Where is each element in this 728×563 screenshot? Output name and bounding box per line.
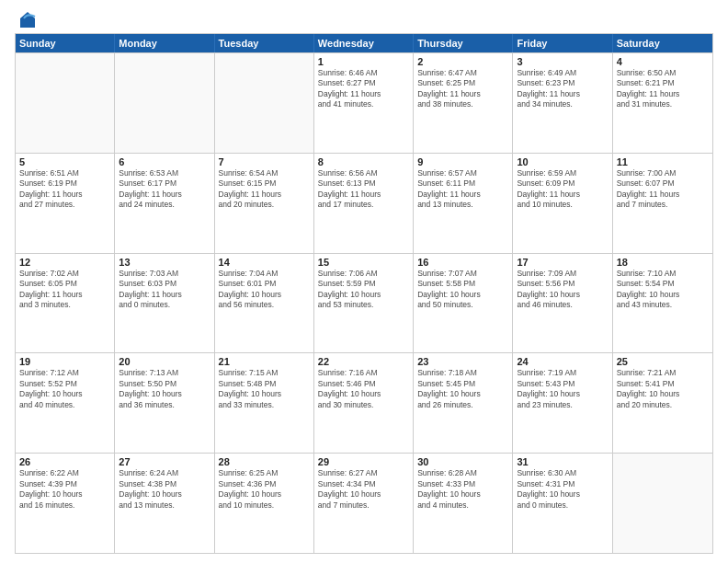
calendar-cell: 25Sunrise: 7:21 AM Sunset: 5:41 PM Dayli… xyxy=(613,353,712,453)
cell-text: Sunrise: 6:59 AM Sunset: 6:09 PM Dayligh… xyxy=(517,168,608,211)
weekday-header-monday: Monday xyxy=(115,34,214,52)
calendar-cell xyxy=(613,454,712,553)
cell-text: Sunrise: 7:19 AM Sunset: 5:43 PM Dayligh… xyxy=(517,368,608,410)
day-number: 31 xyxy=(517,456,608,467)
calendar-header: SundayMondayTuesdayWednesdayThursdayFrid… xyxy=(16,34,712,52)
weekday-header-saturday: Saturday xyxy=(613,34,712,52)
calendar-cell: 23Sunrise: 7:18 AM Sunset: 5:45 PM Dayli… xyxy=(414,353,513,453)
calendar-row-3: 12Sunrise: 7:02 AM Sunset: 6:05 PM Dayli… xyxy=(16,253,712,353)
cell-text: Sunrise: 7:02 AM Sunset: 6:05 PM Dayligh… xyxy=(19,269,110,311)
cell-text: Sunrise: 7:06 AM Sunset: 5:59 PM Dayligh… xyxy=(318,269,409,311)
cell-text: Sunrise: 7:10 AM Sunset: 5:54 PM Dayligh… xyxy=(617,269,709,311)
calendar-cell: 27Sunrise: 6:24 AM Sunset: 4:38 PM Dayli… xyxy=(115,454,214,553)
calendar-cell: 18Sunrise: 7:10 AM Sunset: 5:54 PM Dayli… xyxy=(613,254,712,353)
calendar-cell: 30Sunrise: 6:28 AM Sunset: 4:33 PM Dayli… xyxy=(414,454,513,553)
header xyxy=(15,9,713,28)
cell-text: Sunrise: 6:25 AM Sunset: 4:36 PM Dayligh… xyxy=(219,468,310,511)
day-number: 8 xyxy=(318,156,409,167)
day-number: 6 xyxy=(119,156,210,167)
calendar-cell xyxy=(215,53,314,153)
day-number: 16 xyxy=(417,257,508,268)
calendar-cell: 26Sunrise: 6:22 AM Sunset: 4:39 PM Dayli… xyxy=(16,454,115,553)
calendar-body: 1Sunrise: 6:46 AM Sunset: 6:27 PM Daylig… xyxy=(16,52,712,553)
calendar-cell: 1Sunrise: 6:46 AM Sunset: 6:27 PM Daylig… xyxy=(314,53,414,153)
cell-text: Sunrise: 7:18 AM Sunset: 5:45 PM Dayligh… xyxy=(417,368,508,410)
calendar-cell: 5Sunrise: 6:51 AM Sunset: 6:19 PM Daylig… xyxy=(16,154,115,253)
calendar-cell: 11Sunrise: 7:00 AM Sunset: 6:07 PM Dayli… xyxy=(613,154,712,253)
calendar-cell: 22Sunrise: 7:16 AM Sunset: 5:46 PM Dayli… xyxy=(314,353,414,453)
cell-text: Sunrise: 6:46 AM Sunset: 6:27 PM Dayligh… xyxy=(318,68,409,110)
logo-icon xyxy=(17,9,39,31)
calendar-cell: 21Sunrise: 7:15 AM Sunset: 5:48 PM Dayli… xyxy=(215,353,314,453)
weekday-header-friday: Friday xyxy=(513,34,612,52)
calendar-cell: 16Sunrise: 7:07 AM Sunset: 5:58 PM Dayli… xyxy=(414,254,513,353)
day-number: 7 xyxy=(219,156,310,167)
cell-text: Sunrise: 7:00 AM Sunset: 6:07 PM Dayligh… xyxy=(617,168,709,211)
cell-text: Sunrise: 6:57 AM Sunset: 6:11 PM Dayligh… xyxy=(417,168,508,211)
calendar-cell: 2Sunrise: 6:47 AM Sunset: 6:25 PM Daylig… xyxy=(414,53,513,153)
cell-text: Sunrise: 7:12 AM Sunset: 5:52 PM Dayligh… xyxy=(19,368,110,410)
calendar: SundayMondayTuesdayWednesdayThursdayFrid… xyxy=(15,33,713,554)
calendar-cell: 28Sunrise: 6:25 AM Sunset: 4:36 PM Dayli… xyxy=(215,454,314,553)
calendar-cell: 8Sunrise: 6:56 AM Sunset: 6:13 PM Daylig… xyxy=(314,154,414,253)
calendar-cell: 3Sunrise: 6:49 AM Sunset: 6:23 PM Daylig… xyxy=(513,53,612,153)
day-number: 13 xyxy=(119,257,210,268)
day-number: 10 xyxy=(517,156,608,167)
calendar-cell: 4Sunrise: 6:50 AM Sunset: 6:21 PM Daylig… xyxy=(613,53,712,153)
calendar-cell: 9Sunrise: 6:57 AM Sunset: 6:11 PM Daylig… xyxy=(414,154,513,253)
day-number: 17 xyxy=(517,257,608,268)
logo xyxy=(15,9,39,28)
day-number: 21 xyxy=(219,356,310,367)
calendar-cell: 24Sunrise: 7:19 AM Sunset: 5:43 PM Dayli… xyxy=(513,353,612,453)
cell-text: Sunrise: 6:53 AM Sunset: 6:17 PM Dayligh… xyxy=(119,168,210,211)
calendar-cell: 12Sunrise: 7:02 AM Sunset: 6:05 PM Dayli… xyxy=(16,254,115,353)
day-number: 18 xyxy=(617,257,709,268)
day-number: 29 xyxy=(318,456,409,467)
day-number: 28 xyxy=(219,456,310,467)
page: SundayMondayTuesdayWednesdayThursdayFrid… xyxy=(0,0,728,563)
day-number: 25 xyxy=(617,356,709,367)
cell-text: Sunrise: 7:04 AM Sunset: 6:01 PM Dayligh… xyxy=(219,269,310,311)
day-number: 20 xyxy=(119,356,210,367)
cell-text: Sunrise: 6:27 AM Sunset: 4:34 PM Dayligh… xyxy=(318,468,409,511)
day-number: 4 xyxy=(617,56,709,67)
day-number: 15 xyxy=(318,257,409,268)
calendar-cell: 31Sunrise: 6:30 AM Sunset: 4:31 PM Dayli… xyxy=(513,454,612,553)
cell-text: Sunrise: 6:54 AM Sunset: 6:15 PM Dayligh… xyxy=(219,168,310,211)
day-number: 27 xyxy=(119,456,210,467)
day-number: 1 xyxy=(318,56,409,67)
weekday-header-tuesday: Tuesday xyxy=(215,34,314,52)
day-number: 2 xyxy=(417,56,508,67)
day-number: 23 xyxy=(417,356,508,367)
day-number: 30 xyxy=(417,456,508,467)
calendar-row-4: 19Sunrise: 7:12 AM Sunset: 5:52 PM Dayli… xyxy=(16,352,712,453)
cell-text: Sunrise: 6:47 AM Sunset: 6:25 PM Dayligh… xyxy=(417,68,508,110)
day-number: 11 xyxy=(617,156,709,167)
cell-text: Sunrise: 6:22 AM Sunset: 4:39 PM Dayligh… xyxy=(19,468,110,511)
day-number: 5 xyxy=(19,156,110,167)
cell-text: Sunrise: 7:21 AM Sunset: 5:41 PM Dayligh… xyxy=(617,368,709,410)
calendar-cell: 19Sunrise: 7:12 AM Sunset: 5:52 PM Dayli… xyxy=(16,353,115,453)
calendar-row-1: 1Sunrise: 6:46 AM Sunset: 6:27 PM Daylig… xyxy=(16,52,712,153)
cell-text: Sunrise: 7:13 AM Sunset: 5:50 PM Dayligh… xyxy=(119,368,210,410)
weekday-header-thursday: Thursday xyxy=(414,34,513,52)
calendar-row-5: 26Sunrise: 6:22 AM Sunset: 4:39 PM Dayli… xyxy=(16,453,712,553)
cell-text: Sunrise: 6:30 AM Sunset: 4:31 PM Dayligh… xyxy=(517,468,608,511)
cell-text: Sunrise: 7:16 AM Sunset: 5:46 PM Dayligh… xyxy=(318,368,409,410)
cell-text: Sunrise: 6:49 AM Sunset: 6:23 PM Dayligh… xyxy=(517,68,608,110)
cell-text: Sunrise: 6:24 AM Sunset: 4:38 PM Dayligh… xyxy=(119,468,210,511)
day-number: 9 xyxy=(417,156,508,167)
calendar-row-2: 5Sunrise: 6:51 AM Sunset: 6:19 PM Daylig… xyxy=(16,153,712,253)
calendar-cell: 14Sunrise: 7:04 AM Sunset: 6:01 PM Dayli… xyxy=(215,254,314,353)
calendar-cell: 20Sunrise: 7:13 AM Sunset: 5:50 PM Dayli… xyxy=(115,353,214,453)
day-number: 24 xyxy=(517,356,608,367)
cell-text: Sunrise: 6:50 AM Sunset: 6:21 PM Dayligh… xyxy=(617,68,709,110)
cell-text: Sunrise: 7:07 AM Sunset: 5:58 PM Dayligh… xyxy=(417,269,508,311)
cell-text: Sunrise: 6:56 AM Sunset: 6:13 PM Dayligh… xyxy=(318,168,409,211)
cell-text: Sunrise: 7:09 AM Sunset: 5:56 PM Dayligh… xyxy=(517,269,608,311)
calendar-cell: 17Sunrise: 7:09 AM Sunset: 5:56 PM Dayli… xyxy=(513,254,612,353)
cell-text: Sunrise: 6:28 AM Sunset: 4:33 PM Dayligh… xyxy=(417,468,508,511)
calendar-cell xyxy=(115,53,214,153)
day-number: 12 xyxy=(19,257,110,268)
calendar-cell xyxy=(16,53,115,153)
